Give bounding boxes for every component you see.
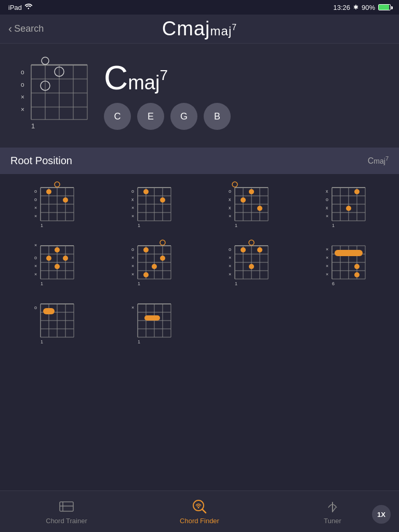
svg-text:×: × xyxy=(21,106,24,113)
chord-letter: C xyxy=(104,59,128,97)
chord-variation-6[interactable]: o × × × xyxy=(105,238,196,290)
variation-6-svg: o × × × xyxy=(130,238,172,290)
svg-point-68 xyxy=(249,189,254,194)
svg-text:×: × xyxy=(131,205,134,210)
battery-icon xyxy=(378,4,391,10)
back-button[interactable]: ‹ Search xyxy=(8,22,44,36)
nav-chord-sup: 7 xyxy=(232,23,237,32)
note-bubble-g[interactable]: G xyxy=(170,103,197,130)
note-bubble-b[interactable]: B xyxy=(204,103,231,130)
note-bubble-c[interactable]: C xyxy=(104,103,131,130)
variation-5-svg: × o × × xyxy=(33,238,75,290)
chord-variation-9[interactable]: o 1 xyxy=(8,297,99,349)
svg-text:×: × xyxy=(229,263,231,269)
tab-chord-trainer[interactable]: Chord Trainer xyxy=(0,498,133,525)
svg-point-32 xyxy=(55,182,60,187)
status-bar: iPad 13:26 ✱ 90% xyxy=(0,0,399,15)
chord-display-area: o o × × xyxy=(0,44,399,148)
chord-info: Cmaj7 C E G B xyxy=(104,61,383,130)
svg-text:o: o xyxy=(34,189,37,194)
svg-point-145 xyxy=(249,264,254,269)
svg-text:x: x xyxy=(229,205,231,210)
chord-variation-1[interactable]: o o × × xyxy=(8,180,99,232)
chord-variation-8[interactable]: × × × × xyxy=(300,238,391,290)
svg-text:x: x xyxy=(229,197,231,202)
svg-point-124 xyxy=(160,256,165,261)
variations-scroll[interactable]: o o × × xyxy=(0,174,399,490)
bluetooth-icon: ✱ xyxy=(353,4,358,11)
back-arrow-icon: ‹ xyxy=(8,22,12,36)
section-title: Root Position xyxy=(10,155,72,167)
chord-name-rest: maj xyxy=(128,72,159,94)
variation-8-svg: × × × × xyxy=(325,238,366,290)
svg-text:×: × xyxy=(131,263,134,269)
svg-rect-176 xyxy=(43,308,55,314)
1x-badge[interactable]: 1X xyxy=(372,505,391,524)
svg-point-196 xyxy=(198,507,200,509)
chord-variation-7[interactable]: o × × × xyxy=(203,238,294,290)
svg-text:o: o xyxy=(21,81,24,88)
svg-text:1: 1 xyxy=(41,223,43,228)
svg-text:×: × xyxy=(326,214,328,219)
svg-point-122 xyxy=(160,240,165,245)
note-bubble-e[interactable]: E xyxy=(137,103,164,130)
svg-text:×: × xyxy=(131,214,134,219)
svg-rect-189 xyxy=(144,315,160,321)
svg-point-87 xyxy=(346,206,351,211)
svg-text:×: × xyxy=(34,214,37,219)
svg-point-69 xyxy=(241,197,246,203)
svg-text:x: x xyxy=(131,197,134,202)
chord-sup: 7 xyxy=(159,67,168,83)
tab-chord-finder[interactable]: Chord Finder xyxy=(133,498,266,525)
chord-trainer-icon xyxy=(58,498,75,515)
variation-2-svg: o x × × 1 xyxy=(130,180,172,232)
svg-point-125 xyxy=(152,264,157,269)
svg-text:×: × xyxy=(34,272,37,277)
svg-rect-161 xyxy=(335,250,363,256)
svg-text:×: × xyxy=(34,243,37,248)
svg-text:×: × xyxy=(326,247,328,252)
chord-name-display: Cmaj7 xyxy=(104,61,383,95)
svg-text:o: o xyxy=(131,247,134,252)
svg-point-50 xyxy=(143,189,149,194)
svg-text:o: o xyxy=(326,197,328,202)
chord-finder-icon xyxy=(191,498,208,515)
section-header: Root Position Cmaj7 xyxy=(0,148,399,174)
svg-point-34 xyxy=(63,197,68,203)
svg-text:×: × xyxy=(229,272,231,277)
svg-text:o: o xyxy=(34,255,37,260)
svg-text:×: × xyxy=(326,272,328,277)
chord-variation-10[interactable]: × 1 xyxy=(105,297,196,349)
wifi-icon xyxy=(25,4,33,11)
section-subtitle: Cmaj7 xyxy=(368,155,389,166)
svg-text:1: 1 xyxy=(138,339,140,344)
svg-rect-191 xyxy=(60,502,73,511)
svg-text:o: o xyxy=(34,197,37,202)
variation-3-svg: o x x × xyxy=(228,180,269,232)
svg-point-67 xyxy=(232,182,237,187)
svg-point-14 xyxy=(42,57,49,64)
svg-point-142 xyxy=(249,240,254,245)
carrier-text: iPad xyxy=(8,4,22,11)
chord-variation-4[interactable]: x o x × 1 xyxy=(300,180,391,232)
svg-text:1: 1 xyxy=(235,281,237,286)
svg-line-195 xyxy=(202,509,206,513)
nav-chord-letter: Cmaj xyxy=(162,18,210,39)
svg-point-163 xyxy=(354,272,360,277)
nav-bar: ‹ Search Cmajmaj7 xyxy=(0,15,399,44)
note-bubbles-row: C E G B xyxy=(104,103,383,130)
svg-point-33 xyxy=(46,189,51,194)
svg-text:x: x xyxy=(326,189,328,194)
variation-4-svg: x o x × 1 xyxy=(325,180,366,232)
chord-variation-5[interactable]: × o × × xyxy=(8,238,99,290)
nav-chord-rest: maj xyxy=(210,24,232,38)
main-content: o o × × xyxy=(0,44,399,490)
main-chord-svg: o o × × xyxy=(16,55,88,135)
svg-text:1: 1 xyxy=(41,339,43,344)
svg-text:×: × xyxy=(131,255,134,260)
chord-variation-2[interactable]: o x × × 1 xyxy=(105,180,196,232)
tuner-icon xyxy=(324,498,341,515)
chord-variation-3[interactable]: o x x × xyxy=(203,180,294,232)
svg-text:1: 1 xyxy=(41,281,43,286)
svg-text:×: × xyxy=(229,255,231,260)
